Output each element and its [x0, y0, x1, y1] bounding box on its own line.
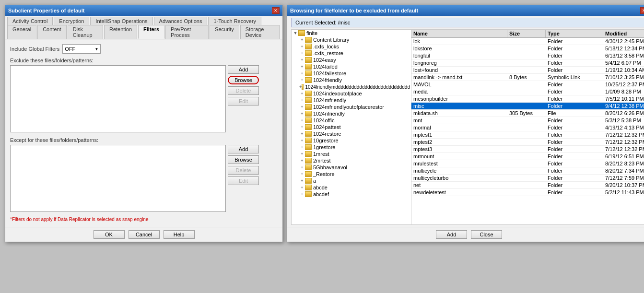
file-row[interactable]: lost+foundFolder1/19/12 10:34 AM — [411, 67, 644, 74]
file-name-cell: mesonpbuilder — [411, 95, 507, 102]
tree-item-1024nfriendly[interactable]: + 1024nfriendly — [292, 110, 411, 117]
tree-label: abcdef — [313, 191, 329, 197]
file-row[interactable]: MAVOLFolder10/25/12 2:37 PM — [411, 81, 644, 88]
file-row[interactable]: mesonpbuilderFolder7/5/12 10:11 PM — [411, 95, 644, 103]
file-type-cell: Folder — [546, 167, 603, 174]
exclude-delete-button[interactable]: Delete — [228, 86, 259, 95]
file-name-cell: lok — [411, 38, 507, 45]
tree-item-1024failed[interactable]: + 1024failed — [292, 63, 411, 70]
file-row[interactable]: miscFolder9/4/12 12:38 PM — [411, 103, 644, 110]
tree-item-restore[interactable]: + _Restore — [292, 171, 411, 177]
except-text-area[interactable] — [10, 145, 226, 212]
tree-item-1mrest[interactable]: + 1mrest — [292, 151, 411, 157]
tab-intellisnap[interactable]: IntelliSnap Operations — [90, 17, 152, 25]
exclude-add-button[interactable]: Add — [228, 65, 259, 74]
browse-add-button[interactable]: Add — [436, 230, 467, 239]
file-row[interactable]: mrmountFolder6/19/12 6:51 PM — [411, 153, 644, 160]
header-type[interactable]: Type — [546, 30, 603, 37]
except-add-button[interactable]: Add — [228, 145, 259, 153]
tree-item-10grestore[interactable]: + 10grestore — [292, 137, 411, 144]
file-row[interactable]: mediaFolder1/0/09 8:28 PM — [411, 88, 644, 95]
tree-item-1024restore[interactable]: + 1024restore — [292, 130, 411, 137]
header-modified[interactable]: Modified — [603, 30, 644, 37]
tree-item-abcdef[interactable]: + abcdef — [292, 191, 411, 198]
file-row[interactable]: mptest3Folder7/12/12 12:32 PM — [411, 146, 644, 153]
file-row[interactable]: mntFolder5/3/12 5:38 PM — [411, 117, 644, 124]
file-size-cell — [507, 124, 546, 131]
tree-item-1grestore[interactable]: + 1grestore — [292, 144, 411, 151]
exclude-browse-button[interactable]: Browse — [228, 76, 259, 84]
file-row[interactable]: mrulestestFolder8/20/12 8:23 PM — [411, 160, 644, 167]
header-name[interactable]: Name — [411, 30, 507, 37]
file-row[interactable]: mptest2Folder7/12/12 12:32 PM — [411, 139, 644, 146]
right-close-button[interactable]: ✕ — [640, 7, 644, 14]
tab-retention[interactable]: Retention — [104, 25, 137, 39]
tab-onetouch[interactable]: 1-Touch Recovery — [208, 17, 261, 25]
tab-general[interactable]: General — [7, 25, 36, 39]
tree-item-1024friendlymd[interactable]: + 1024friendlymddddddddddddddddddddddddd… — [292, 83, 411, 90]
tree-item-1024pattest[interactable]: + 1024pattest — [292, 124, 411, 130]
file-row[interactable]: multicycleturboFolder7/12/12 7:59 PM — [411, 175, 644, 182]
tree-item-1024failestore[interactable]: + 1024failestore — [292, 70, 411, 77]
tab-activity-control[interactable]: Activity Control — [7, 17, 53, 25]
tree-item-2mrtest[interactable]: + 2mrtest — [292, 157, 411, 164]
file-list-panel[interactable]: Name Size Type Modified ▼ lokFolder4/30/… — [411, 30, 644, 224]
except-delete-button[interactable]: Delete — [228, 166, 259, 175]
tree-item-5gbhavanavol[interactable]: + 5Gbhavanavol — [292, 164, 411, 171]
tab-advanced-options[interactable]: Advanced Options — [154, 17, 208, 25]
file-row[interactable]: mormalFolder4/19/12 4:13 PM — [411, 124, 644, 131]
tab-security[interactable]: Security — [210, 25, 239, 39]
tree-item-1024mfriendlyout[interactable]: + 1024mfriendlyoutofplacerestor — [292, 104, 411, 110]
file-row[interactable]: netFolder9/20/12 10:37 PM — [411, 182, 644, 189]
tab-disk-cleanup[interactable]: Disk Cleanup — [68, 25, 103, 39]
tree-item-abcde[interactable]: + abcde — [292, 184, 411, 191]
tree-item-content-library[interactable]: + Content Library — [292, 36, 411, 43]
help-button[interactable]: Help — [164, 230, 195, 239]
tab-prepost[interactable]: Pre/Post Process — [165, 25, 209, 39]
tree-item-1024mfriendly[interactable]: + 1024mfriendly — [292, 97, 411, 104]
file-row[interactable]: mptest1Folder7/12/12 12:32 PM — [411, 131, 644, 139]
folder-icon — [305, 97, 312, 103]
tab-content[interactable]: Content — [37, 25, 67, 39]
tab-filters[interactable]: Filters — [138, 25, 164, 39]
file-type-cell: Folder — [546, 45, 603, 52]
tree-expander-icon: + — [299, 51, 305, 56]
tree-item-finite[interactable]: ▼ finite — [292, 30, 411, 36]
file-modified-cell: 6/19/12 6:51 PM — [603, 153, 644, 160]
file-rows-container: lokFolder4/30/12 2:45 PMlokstoreFolder5/… — [411, 38, 644, 196]
file-row[interactable]: longnoregFolder5/4/12 6:07 PM — [411, 59, 644, 67]
file-tree-panel[interactable]: ▼ finite + Content Library + .cxfs_locks… — [292, 30, 411, 224]
exclude-edit-button[interactable]: Edit — [228, 97, 259, 105]
tree-item-cxfs-restore[interactable]: + .cxfs_restore — [292, 50, 411, 57]
file-row[interactable]: mandlink -> mand.txt8 BytesSymbolic Link… — [411, 74, 644, 81]
tree-item-1024offic[interactable]: + 1024offic — [292, 117, 411, 124]
tree-item-a[interactable]: + a — [292, 177, 411, 184]
browse-close-button[interactable]: Close — [471, 230, 502, 239]
header-size[interactable]: Size — [507, 30, 546, 37]
tree-item-1024friendly[interactable]: + 1024friendly — [292, 77, 411, 83]
left-close-button[interactable]: ✕ — [272, 7, 280, 14]
folder-icon — [305, 104, 312, 110]
cancel-button[interactable]: Cancel — [129, 230, 160, 239]
except-edit-button[interactable]: Edit — [228, 176, 259, 185]
file-row[interactable]: lokstoreFolder5/18/12 12:34 PM — [411, 45, 644, 52]
file-size-cell — [507, 139, 546, 145]
except-browse-button[interactable]: Browse — [228, 155, 259, 164]
file-type-cell: Folder — [546, 153, 603, 160]
file-row[interactable]: mkdata.sh305 BytesFile8/20/12 6:26 PM — [411, 110, 644, 117]
tree-item-1024indexout[interactable]: + 1024indexoutofplace — [292, 90, 411, 97]
file-size-cell — [507, 67, 546, 73]
file-row[interactable]: longfailFolder6/13/12 3:58 PM — [411, 52, 644, 59]
tree-item-1024easy[interactable]: + 1024easy — [292, 57, 411, 63]
tree-item-cxfs-locks[interactable]: + .cxfs_locks — [292, 43, 411, 50]
file-row[interactable]: newdeletetestFolder5/2/12 11:43 PM — [411, 189, 644, 196]
file-row[interactable]: multicycleFolder8/20/12 7:34 PM — [411, 167, 644, 175]
file-row[interactable]: lokFolder4/30/12 2:45 PM — [411, 38, 644, 45]
exclude-text-area[interactable] — [10, 65, 226, 132]
tab-storage[interactable]: Storage Device — [240, 25, 280, 39]
ok-button[interactable]: OK — [94, 230, 125, 239]
file-modified-cell: 1/19/12 10:34 AM — [603, 67, 644, 73]
global-filters-dropdown[interactable]: OFF ▼ — [62, 44, 101, 54]
tree-label: 2mrtest — [313, 158, 331, 164]
tab-encryption[interactable]: Encryption — [54, 17, 89, 25]
